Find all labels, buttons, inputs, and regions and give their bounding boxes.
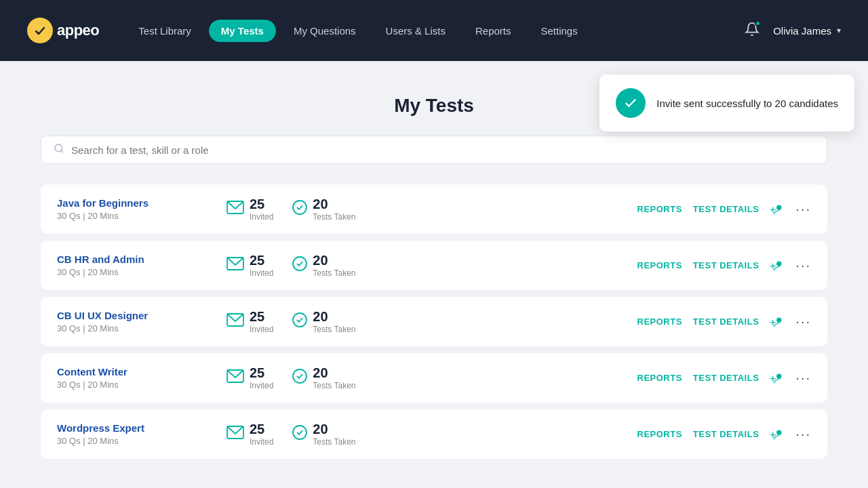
check-circle-icon-1 [292,256,307,274]
more-options-button-1[interactable]: ··· [795,258,811,273]
toast-message: Invite sent successfully to 20 candidate… [656,96,838,110]
invited-stat-0: 25 Invited [226,197,273,222]
svg-point-4 [293,201,307,214]
svg-point-18 [776,373,781,378]
check-circle-icon-0 [292,200,307,218]
user-menu[interactable]: Olivia James ▾ [773,25,841,37]
test-details-button-4[interactable]: TEST DETAILS [693,429,759,439]
add-user-button-3[interactable]: + [770,371,785,386]
test-list: Java for Beginners 30 Qs | 20 Mins 25 In… [41,184,827,466]
more-options-button-2[interactable]: ··· [795,314,811,329]
svg-point-20 [293,426,307,439]
svg-point-10 [776,261,781,266]
taken-count-0: 20 [313,197,355,212]
check-circle-icon-3 [292,369,307,387]
invited-label-0: Invited [250,212,273,222]
add-user-button-1[interactable]: + [770,258,785,273]
taken-stat-0: 20 Tests Taken [292,197,355,222]
more-options-button-3[interactable]: ··· [795,370,811,386]
test-info-3: Content Writer 30 Qs | 20 Mins [57,366,206,390]
reports-button-3[interactable]: REPORTS [637,373,682,383]
taken-stat-3: 20 Tests Taken [292,365,355,390]
add-user-button-4[interactable]: + [770,427,785,442]
envelope-icon-1 [226,257,244,274]
test-info-4: Wordpress Expert 30 Qs | 20 Mins [57,422,206,446]
svg-point-1 [55,144,62,152]
logo[interactable]: appeo [27,18,99,43]
row-actions-0: REPORTS TEST DETAILS + ··· [637,201,812,217]
nav-my-tests[interactable]: My Tests [209,20,276,42]
test-info-0: Java for Beginners 30 Qs | 20 Mins [57,197,206,221]
search-input[interactable] [71,144,814,156]
add-user-button-2[interactable]: + [770,314,785,329]
taken-count-3: 20 [313,365,355,381]
row-actions-2: REPORTS TEST DETAILS + ··· [637,314,812,329]
taken-label-4: Tests Taken [313,437,355,447]
add-user-button-0[interactable]: + [770,202,785,217]
nav-right: Olivia James ▾ [745,22,841,39]
test-info-1: CB HR and Admin 30 Qs | 20 Mins [57,253,206,277]
test-details-button-3[interactable]: TEST DETAILS [693,373,759,383]
user-name: Olivia James [773,25,831,37]
notification-dot [755,20,761,26]
test-row: Java for Beginners 30 Qs | 20 Mins 25 In… [41,184,827,234]
taken-stat-2: 20 Tests Taken [292,309,355,334]
test-info-2: CB UI UX Designer 30 Qs | 20 Mins [57,310,206,333]
nav-test-library[interactable]: Test Library [126,20,203,42]
brand-name: appeo [57,22,99,39]
svg-point-16 [293,369,307,383]
nav-reports[interactable]: Reports [463,20,524,42]
nav-my-questions[interactable]: My Questions [281,20,368,42]
toast-success-icon [616,88,646,118]
invited-label-4: Invited [250,437,273,447]
nav-settings[interactable]: Settings [529,20,590,42]
stat-group-1: 25 Invited 20 Tests Taken [226,253,637,278]
test-meta-1: 30 Qs | 20 Mins [57,267,206,277]
svg-text:+: + [770,371,776,384]
taken-count-2: 20 [313,309,355,325]
logo-icon [27,18,53,43]
svg-point-8 [293,257,307,270]
svg-text:+: + [770,315,776,327]
test-name-3[interactable]: Content Writer [57,366,206,378]
check-circle-icon-2 [292,312,307,331]
svg-point-0 [33,24,47,37]
envelope-icon-2 [226,313,244,330]
toast-notification: Invite sent successfully to 20 candidate… [599,75,854,131]
test-row: CB UI UX Designer 30 Qs | 20 Mins 25 Inv… [41,297,827,346]
svg-text:+: + [770,259,776,271]
nav-users-lists[interactable]: Users & Lists [374,20,458,42]
invited-stat-3: 25 Invited [226,365,273,390]
invited-count-2: 25 [250,309,273,325]
stat-group-3: 25 Invited 20 Tests Taken [226,365,637,390]
stat-group-0: 25 Invited 20 Tests Taken [226,197,637,222]
test-details-button-2[interactable]: TEST DETAILS [693,317,759,327]
svg-point-14 [776,317,781,322]
taken-label-2: Tests Taken [313,325,355,334]
svg-text:+: + [770,203,776,215]
reports-button-0[interactable]: REPORTS [637,204,682,214]
test-details-button-1[interactable]: TEST DETAILS [693,260,759,270]
notification-bell[interactable] [745,22,760,39]
more-options-button-4[interactable]: ··· [795,426,811,442]
more-options-button-0[interactable]: ··· [795,201,811,217]
envelope-icon-0 [226,201,244,218]
taken-stat-1: 20 Tests Taken [292,253,355,278]
taken-count-1: 20 [313,253,355,268]
reports-button-2[interactable]: REPORTS [637,317,682,327]
test-name-2[interactable]: CB UI UX Designer [57,310,206,321]
test-name-1[interactable]: CB HR and Admin [57,253,206,265]
taken-label-1: Tests Taken [313,268,355,278]
check-circle-icon-4 [292,425,307,443]
test-details-button-0[interactable]: TEST DETAILS [693,204,759,214]
reports-button-4[interactable]: REPORTS [637,429,682,439]
test-name-0[interactable]: Java for Beginners [57,197,206,209]
invited-stat-4: 25 Invited [226,422,273,447]
reports-button-1[interactable]: REPORTS [637,260,682,270]
invited-count-1: 25 [250,253,273,268]
envelope-icon-3 [226,369,244,386]
test-row: CB HR and Admin 30 Qs | 20 Mins 25 Invit… [41,241,827,290]
test-name-4[interactable]: Wordpress Expert [57,422,206,434]
invited-stat-1: 25 Invited [226,253,273,278]
invited-count-4: 25 [250,422,273,437]
